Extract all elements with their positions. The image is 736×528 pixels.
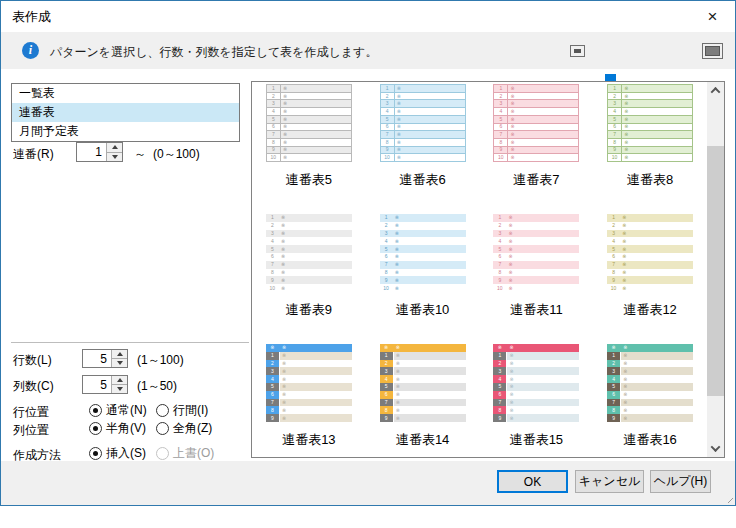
info-bar: i パターンを選択し、行数・列数を指定して表を作成します。 xyxy=(1,32,735,69)
pattern-item[interactable]: ※※1※2※3※4※5※6※7※8※9※連番表16 xyxy=(593,344,707,457)
info-icon: i xyxy=(22,42,39,59)
arrow-up-icon xyxy=(112,145,118,149)
arrow-down-icon xyxy=(117,387,123,391)
pattern-label: 連番表10 xyxy=(396,301,449,319)
col-position-label: 列位置 xyxy=(13,422,49,439)
serial-input[interactable]: 1 xyxy=(76,142,123,162)
cols-input[interactable]: 5 xyxy=(82,375,128,394)
pattern-item[interactable]: 1※2※3※4※5※6※7※8※9※10※連番表11 xyxy=(480,214,594,344)
list-item-ichiranhyo[interactable]: 一覧表 xyxy=(12,84,239,103)
pattern-label: 連番表14 xyxy=(396,431,449,449)
help-button[interactable]: ヘルプ(H) xyxy=(650,470,711,493)
pattern-label: 連番表12 xyxy=(623,301,676,319)
pattern-label: 連番表7 xyxy=(513,171,559,189)
rows-spinner xyxy=(111,350,127,367)
pattern-item[interactable]: ※※1※2※3※4※5※6※7※8※9※連番表14 xyxy=(366,344,480,457)
radio-checked-icon xyxy=(89,447,102,460)
pattern-thumbnail: 1※2※3※4※5※6※7※8※9※10※ xyxy=(493,214,579,292)
resize-grip-icon[interactable] xyxy=(723,493,733,503)
close-icon: × xyxy=(708,8,718,25)
radio-unchecked-icon xyxy=(156,422,169,435)
pattern-preview-panel: 1※2※3※4※5※6※7※8※9※10※連番表51※2※3※4※5※6※7※8… xyxy=(251,81,725,458)
pattern-item[interactable]: 1※2※3※4※5※6※7※8※9※10※連番表12 xyxy=(593,214,707,344)
pattern-thumbnail: ※※1※2※3※4※5※6※7※8※9※ xyxy=(493,344,579,422)
pattern-thumbnail: 1※2※3※4※5※6※7※8※9※10※ xyxy=(380,214,466,292)
spin-up-button[interactable] xyxy=(112,376,127,384)
radio-checked-icon xyxy=(89,404,102,417)
pattern-thumbnail: 1※2※3※4※5※6※7※8※9※10※ xyxy=(493,84,579,162)
pattern-thumbnail: 1※2※3※4※5※6※7※8※9※10※ xyxy=(607,214,693,292)
pattern-label: 連番表5 xyxy=(286,171,332,189)
close-button[interactable]: × xyxy=(690,1,735,32)
cols-value: 5 xyxy=(83,378,111,392)
page-title: 表作成 xyxy=(12,1,51,32)
divider xyxy=(11,342,249,343)
spin-up-button[interactable] xyxy=(112,350,127,358)
pattern-item[interactable]: 1※2※3※4※5※6※7※8※9※10※連番表8 xyxy=(593,84,707,214)
pattern-thumbnail: 1※2※3※4※5※6※7※8※9※10※ xyxy=(266,214,352,292)
pattern-label: 連番表15 xyxy=(510,431,563,449)
scrollbar[interactable] xyxy=(707,82,724,457)
radio-col-hankaku[interactable]: 半角(V) xyxy=(89,420,146,437)
serial-range: (0～100) xyxy=(153,146,200,163)
pattern-grid: 1※2※3※4※5※6※7※8※9※10※連番表51※2※3※4※5※6※7※8… xyxy=(252,82,707,457)
scroll-up-button[interactable] xyxy=(707,82,724,99)
rows-label: 行数(L) xyxy=(13,352,52,369)
preview-size-small-icon[interactable] xyxy=(570,45,585,57)
pattern-category-list: 一覧表 連番表 月間予定表 xyxy=(11,83,240,142)
pattern-label: 連番表8 xyxy=(627,171,673,189)
ok-button[interactable]: OK xyxy=(497,470,568,493)
arrow-down-icon xyxy=(112,155,118,159)
pattern-item[interactable]: 1※2※3※4※5※6※7※8※9※10※連番表7 xyxy=(480,84,594,214)
radio-checked-icon xyxy=(89,422,102,435)
radio-disabled-icon xyxy=(156,447,169,460)
serial-value: 1 xyxy=(77,145,106,159)
radio-row-normal[interactable]: 通常(N) xyxy=(89,402,147,419)
pattern-thumbnail: 1※2※3※4※5※6※7※8※9※10※ xyxy=(266,84,352,162)
radio-unchecked-icon xyxy=(156,404,169,417)
pattern-thumbnail: 1※2※3※4※5※6※7※8※9※10※ xyxy=(607,84,693,162)
cols-label: 列数(C) xyxy=(13,378,54,395)
preview-size-large-icon[interactable] xyxy=(702,43,723,59)
title-bar[interactable]: 表作成 × xyxy=(1,1,735,32)
spin-down-button[interactable] xyxy=(107,152,122,162)
pattern-item[interactable]: 1※2※3※4※5※6※7※8※9※10※連番表5 xyxy=(252,84,366,214)
arrow-up-icon xyxy=(117,352,123,356)
spin-up-button[interactable] xyxy=(107,143,122,152)
spin-down-button[interactable] xyxy=(112,358,127,367)
row-position-label: 行位置 xyxy=(13,404,49,421)
footer-bar: OK キャンセル ヘルプ(H) xyxy=(1,461,735,505)
spin-down-button[interactable] xyxy=(112,384,127,393)
radio-col-zenkaku[interactable]: 全角(Z) xyxy=(156,420,212,437)
serial-spinner xyxy=(106,143,122,161)
pattern-thumbnail: ※※1※2※3※4※5※6※7※8※9※ xyxy=(607,344,693,422)
serial-label: 連番(R) xyxy=(13,146,54,163)
table-creation-dialog: 表作成 × i パターンを選択し、行数・列数を指定して表を作成します。 一覧表 … xyxy=(0,0,736,506)
scrollbar-thumb[interactable] xyxy=(707,146,724,396)
pattern-thumbnail: ※※1※2※3※4※5※6※7※8※9※ xyxy=(266,344,352,422)
serial-tilde: ～ xyxy=(134,146,146,163)
arrow-up-icon xyxy=(117,378,123,382)
pattern-label: 連番表11 xyxy=(510,301,563,319)
list-item-renbanhyo[interactable]: 連番表 xyxy=(12,103,239,122)
pattern-item[interactable]: ※※1※2※3※4※5※6※7※8※9※連番表15 xyxy=(480,344,594,457)
pattern-thumbnail: ※※1※2※3※4※5※6※7※8※9※ xyxy=(380,344,466,422)
radio-method-insert[interactable]: 挿入(S) xyxy=(89,445,146,462)
rows-range: (1～100) xyxy=(137,352,184,369)
pattern-item[interactable]: 1※2※3※4※5※6※7※8※9※10※連番表6 xyxy=(366,84,480,214)
scroll-down-button[interactable] xyxy=(707,440,724,457)
radio-row-between[interactable]: 行間(I) xyxy=(156,402,208,419)
arrow-down-icon xyxy=(117,361,123,365)
chevron-down-icon xyxy=(711,442,721,452)
rows-input[interactable]: 5 xyxy=(82,349,128,368)
chevron-up-icon xyxy=(711,87,721,97)
pattern-thumbnail: 1※2※3※4※5※6※7※8※9※10※ xyxy=(380,84,466,162)
cancel-button[interactable]: キャンセル xyxy=(575,470,644,493)
pattern-label: 連番表9 xyxy=(286,301,332,319)
pattern-item[interactable]: 1※2※3※4※5※6※7※8※9※10※連番表10 xyxy=(366,214,480,344)
info-message: パターンを選択し、行数・列数を指定して表を作成します。 xyxy=(50,44,377,61)
pattern-item[interactable]: 1※2※3※4※5※6※7※8※9※10※連番表9 xyxy=(252,214,366,344)
cols-spinner xyxy=(111,376,127,393)
pattern-item[interactable]: ※※1※2※3※4※5※6※7※8※9※連番表13 xyxy=(252,344,366,457)
list-item-gekkan[interactable]: 月間予定表 xyxy=(12,122,239,141)
